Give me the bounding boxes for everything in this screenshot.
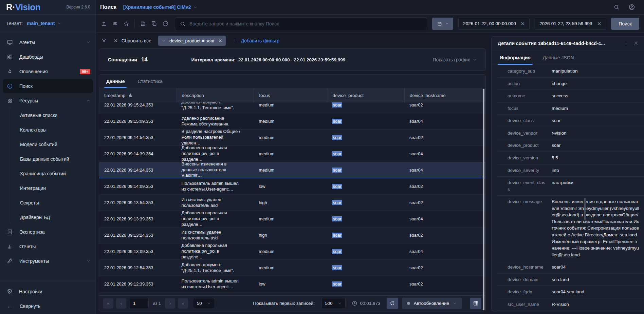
sidebar-item-alerts[interactable]: Оповещения99+	[0, 64, 96, 79]
page-size-select[interactable]: 50	[193, 298, 215, 309]
table-row[interactable]: 22.01.2026 09:14:09.353Пользователь admi…	[99, 178, 485, 195]
remove-filter-icon[interactable]: ✕	[218, 38, 222, 43]
sidebar-item-active-lists[interactable]: Активные списки	[0, 108, 96, 122]
tab-statistics[interactable]: Статистика	[137, 75, 163, 88]
page-number-input[interactable]: 1	[129, 298, 149, 309]
sort-icon[interactable]	[128, 93, 133, 98]
table-row[interactable]: 22.01.2026 09:13:24.353Из системы удален…	[99, 227, 485, 243]
clear-date-to-icon[interactable]: ✕	[597, 21, 602, 27]
upload-icon[interactable]	[101, 21, 107, 27]
search-icon	[180, 21, 186, 27]
filter-chip-device-product[interactable]: device_product = soar ✕	[158, 36, 226, 46]
dashboard-icon	[7, 54, 13, 60]
add-filter-button[interactable]: Добавить фильтр	[233, 38, 279, 43]
sidebar-item-secrets[interactable]: Секреты	[0, 195, 96, 210]
next-page-button[interactable]: ›	[165, 298, 175, 309]
unlink-icon[interactable]	[112, 21, 118, 27]
sidebar-item-search[interactable]: Поиск	[3, 79, 93, 93]
tab-data[interactable]: Данные	[106, 75, 125, 88]
query-placeholder: Введите запрос и нажмите кнопку Поиск	[189, 21, 279, 26]
kebab-menu-icon[interactable]	[623, 41, 629, 46]
details-row-device_event_class: device_event_classнастройки	[497, 177, 644, 196]
autoupdate-status-dot	[407, 302, 410, 305]
details-key: focus	[508, 105, 546, 112]
show-first-select[interactable]: 500	[321, 298, 346, 309]
global-search-icon[interactable]	[613, 4, 620, 11]
sidebar-item-event-models[interactable]: Модели событий	[0, 137, 96, 152]
favorite-star-icon[interactable]	[123, 21, 129, 27]
table-row[interactable]: 22.01.2026 09:13:39.353Добавлена парольн…	[99, 211, 485, 227]
clear-date-from-icon[interactable]: ✕	[521, 21, 525, 27]
cell-timestamp: 22.01.2026 09:12:39.353	[99, 281, 177, 287]
highlighted-match: soar	[332, 249, 342, 254]
copy-icon[interactable]	[151, 21, 157, 27]
gear-icon: ⚙	[7, 288, 13, 295]
results-area: ✕Сбросить все device_product = soar ✕ До…	[99, 33, 486, 311]
sidebar-item-resources[interactable]: Ресурсы	[0, 93, 96, 108]
chevron-up-icon	[87, 99, 90, 102]
table-row[interactable]: 22.01.2026 09:14:39.354Добавлена парольн…	[99, 146, 485, 162]
details-key: device_product	[508, 142, 546, 149]
details-key: category_sub	[508, 68, 546, 75]
date-to-field[interactable]: 2026-01-22, 23:59:59.999✕	[535, 18, 606, 30]
flame-icon	[7, 68, 13, 75]
sidebar-item-dashboards[interactable]: Дашборды	[0, 50, 96, 64]
column-header-device_product[interactable]: device_product	[327, 88, 404, 102]
sidebar-item-agents[interactable]: Агенты	[0, 35, 96, 50]
table-row[interactable]: 22.01.2026 09:15:09.353Удалено расписани…	[99, 113, 485, 130]
table-scrollbar[interactable]	[483, 89, 484, 310]
panel-scrollbar-thumb[interactable]	[584, 198, 586, 220]
table-row[interactable]: 22.01.2026 09:15:24.353Добавлен документ…	[99, 102, 485, 113]
sidebar-item-expertise[interactable]: Экспертиза	[0, 224, 96, 239]
user-account-icon[interactable]	[628, 4, 635, 11]
sidebar-item-db-drivers[interactable]: Драйверы БД	[0, 210, 96, 224]
sidebar-nav: АгентыДашбордыОповещения99+ПоискРесурсыА…	[0, 32, 96, 282]
prev-page-button[interactable]: ‹	[116, 298, 126, 309]
details-row-device_fqdn: device_fqdnsoar04.sea.land	[497, 286, 644, 298]
refresh-button[interactable]	[387, 298, 398, 309]
autoupdate-button[interactable]: Автообновление	[402, 298, 462, 309]
date-from-field[interactable]: 2026-01-22, 00:00:00.000✕	[458, 18, 530, 30]
table-row[interactable]: 22.01.2026 09:14:24.353Внесены изменения…	[99, 162, 485, 178]
sidebar-item-collectors[interactable]: Коллекторы	[0, 122, 96, 137]
cell-timestamp: 22.01.2026 09:13:54.353	[99, 200, 177, 205]
sidebar-item-reports[interactable]: Отчеты	[0, 239, 96, 254]
details-row-device_class: device_classsoar	[497, 115, 644, 127]
query-input[interactable]: Введите запрос и нажмите кнопку Поиск	[175, 17, 427, 30]
sidebar-item-settings[interactable]: ⚙Настройки	[0, 284, 96, 299]
sidebar-item-collapse[interactable]: ←Свернуть	[0, 299, 96, 313]
sidebar-item-label: Свернуть	[20, 303, 40, 309]
column-header-focus[interactable]: focus	[254, 88, 327, 102]
reset-filters-button[interactable]: ✕Сбросить все	[114, 38, 151, 43]
tab-information[interactable]: Информация	[500, 50, 531, 65]
sidebar-item-label: Интеграции	[20, 185, 46, 191]
first-page-button[interactable]: «	[103, 298, 113, 309]
show-chart-button[interactable]: Показать график	[433, 57, 477, 62]
sidebar-item-integrations[interactable]: Интеграции	[0, 181, 96, 195]
cell-timestamp: 22.01.2026 09:12:54.353	[99, 265, 177, 270]
table-row[interactable]: 22.01.2026 09:12:54.353Добавлен документ…	[99, 260, 485, 276]
tab-json-data[interactable]: Данные JSON	[543, 50, 574, 65]
table-row[interactable]: 22.01.2026 09:12:39.353Пользователь admi…	[99, 276, 485, 292]
columns-settings-button[interactable]	[470, 298, 481, 309]
storage-selector-link[interactable]: [Хранилище событий] CIMv2	[123, 4, 197, 10]
column-header-timestamp[interactable]: timestamp	[99, 88, 177, 102]
search-button[interactable]: Поиск	[611, 18, 639, 30]
cell-device-product: soar	[327, 200, 404, 205]
table-row[interactable]: 22.01.2026 09:13:54.353Из системы удален…	[99, 195, 485, 211]
column-header-device_hostname[interactable]: device_hostname	[404, 88, 485, 102]
calendar-button[interactable]	[432, 18, 453, 30]
column-header-description[interactable]: description	[177, 88, 254, 102]
last-page-button[interactable]: »	[178, 298, 188, 309]
sidebar-item-event-storages[interactable]: Хранилища событий	[0, 166, 96, 181]
pie-chart-icon[interactable]	[162, 21, 168, 27]
close-panel-icon[interactable]	[633, 41, 639, 46]
table-row[interactable]: 22.01.2026 09:13:09.353Добавлена парольн…	[99, 243, 485, 260]
tenant-selector[interactable]: main_tenant	[27, 21, 61, 26]
table-row[interactable]: 22.01.2026 09:14:54.353В разделе настрое…	[99, 130, 485, 146]
sidebar-item-event-databases[interactable]: Базы данных событий	[0, 152, 96, 166]
details-row-dst_object_name: dst_object_nameVladimir Shneydmyuller (v…	[497, 311, 644, 311]
save-icon[interactable]	[140, 21, 146, 27]
cell-device-product: soar	[327, 102, 404, 107]
sidebar-item-tools[interactable]: Инструменты	[0, 254, 96, 268]
